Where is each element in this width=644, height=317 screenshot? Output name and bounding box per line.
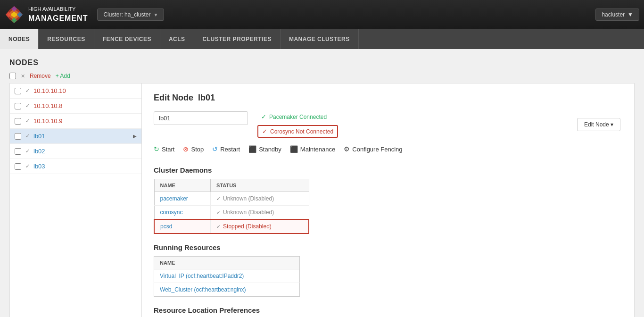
corosync-status-check-icon: ✓ (216, 209, 221, 216)
navbar: NODES RESOURCES FENCE DEVICES ACLS CLUST… (0, 29, 644, 49)
edit-node-header: Edit Node lb01 (154, 93, 622, 103)
nav-item-nodes[interactable]: NODES (0, 29, 39, 49)
daemon-pacemaker-status: ✓Unknown (Disabled) (216, 195, 303, 202)
node-name-4: lb01 (33, 133, 45, 140)
node-check-icon-4: ✓ (24, 133, 31, 139)
user-menu-arrow-icon: ▼ (627, 11, 633, 18)
edit-header-node-name: lb01 (198, 93, 215, 102)
corosync-check-icon: ✓ (262, 128, 267, 135)
cluster-selector[interactable]: Cluster: ha_cluster ▼ (97, 8, 164, 21)
nav-item-cluster-properties[interactable]: CLUSTER PROPERTIES (194, 29, 281, 49)
pcsd-status-check-icon: ✓ (216, 224, 221, 230)
select-all-checkbox[interactable] (9, 73, 16, 79)
cluster-selector-label: Cluster: ha_cluster (103, 11, 150, 18)
pacemaker-check-icon: ✓ (261, 113, 266, 120)
maintenance-label: Maintenance (300, 146, 335, 153)
fencing-icon: ⚙ (344, 145, 350, 153)
add-button[interactable]: + Add (56, 73, 70, 79)
status-badges: ✓ Pacemaker Connected ✓ Corosync Not Con… (257, 111, 338, 138)
resource-row-2: Web_Cluster (ocf:heartbeat:nginx) (154, 283, 300, 297)
brand-line2: MANAGEMENT (28, 13, 88, 24)
nav-item-acls[interactable]: ACLS (160, 29, 194, 49)
topbar: HIGH AVAILABILITY MANAGEMENT Cluster: ha… (0, 0, 644, 29)
stop-icon: ⊗ (183, 145, 189, 153)
daemon-row-pcsd: pcsd ✓Stopped (Disabled) (154, 219, 309, 234)
stop-button[interactable]: ⊗ Stop (183, 145, 204, 153)
brand-text: HIGH AVAILABILITY MANAGEMENT (28, 6, 88, 24)
node-name-input[interactable] (154, 111, 248, 125)
node-name-2: 10.10.10.8 (33, 102, 62, 109)
node-check-icon-1: ✓ (24, 88, 31, 94)
daemon-pacemaker-link[interactable]: pacemaker (160, 195, 188, 202)
node-name-3: 10.10.10.9 (33, 117, 62, 125)
edit-node-button[interactable]: Edit Node ▾ (577, 118, 620, 131)
nav-item-manage-clusters[interactable]: MANAGE CLUSTERS (281, 29, 359, 49)
node-row[interactable]: ✓ lb03 (10, 159, 141, 174)
node-row[interactable]: ✓ 10.10.10.10 (10, 83, 141, 99)
node-checkbox-5[interactable] (15, 148, 21, 155)
resource-row-1: Virtual_IP (ocf:heartbeat:IPaddr2) (154, 269, 300, 283)
corosync-error-badge: ✓ Corosync Not Connected (257, 125, 338, 138)
brand-logo-area: HIGH AVAILABILITY MANAGEMENT (5, 5, 88, 24)
node-checkbox-1[interactable] (15, 88, 21, 94)
daemon-row-pacemaker: pacemaker ✓Unknown (Disabled) (154, 192, 309, 206)
node-row[interactable]: ✓ 10.10.10.8 (10, 99, 141, 114)
app-logo-icon (5, 5, 24, 24)
resource-name-header: NAME (154, 257, 300, 269)
node-name-5: lb02 (33, 148, 45, 155)
start-label: Start (162, 146, 174, 153)
cluster-daemons-table: NAME STATUS pacemaker ✓Unknown (Disabled… (154, 179, 309, 234)
resource-web-cluster-link[interactable]: Web_Cluster (ocf:heartbeat:nginx) (160, 286, 246, 293)
standby-label: Standby (259, 146, 281, 153)
daemon-status-header: STATUS (211, 179, 309, 192)
node-input-row: ✓ Pacemaker Connected ✓ Corosync Not Con… (154, 111, 622, 138)
resource-virtual-ip-link[interactable]: Virtual_IP (ocf:heartbeat:IPaddr2) (160, 273, 244, 279)
pacemaker-status-label: Pacemaker Connected (269, 114, 327, 120)
node-check-icon-2: ✓ (24, 103, 31, 109)
restart-label: Restart (220, 146, 240, 153)
daemon-row-corosync: corosync ✓Unknown (Disabled) (154, 206, 309, 220)
standby-icon: ⬛ (248, 145, 256, 153)
restart-button[interactable]: ↺ Restart (212, 145, 240, 153)
maintenance-button[interactable]: ⬛ Maintenance (290, 145, 335, 153)
node-checkbox-3[interactable] (15, 118, 21, 125)
stop-label: Stop (191, 146, 204, 153)
page-title: NODES (9, 58, 635, 67)
restart-icon: ↺ (212, 145, 218, 153)
toolbar: ✕ Remove + Add (9, 73, 635, 79)
remove-x-icon: ✕ (21, 73, 25, 79)
daemon-corosync-link[interactable]: corosync (160, 209, 183, 216)
nav-item-resources[interactable]: RESOURCES (39, 29, 94, 49)
node-list: ✓ 10.10.10.10 ✓ 10.10.10.8 ✓ 10.10.10.9 … (10, 83, 142, 317)
maintenance-icon: ⬛ (290, 145, 298, 153)
node-check-icon-3: ✓ (24, 118, 31, 124)
standby-button[interactable]: ⬛ Standby (248, 145, 281, 153)
running-resources-title: Running Resources (154, 243, 622, 251)
node-checkbox-4[interactable] (15, 133, 21, 140)
content-split: ✓ 10.10.10.10 ✓ 10.10.10.8 ✓ 10.10.10.9 … (9, 83, 635, 317)
node-checkbox-6[interactable] (15, 163, 21, 170)
fencing-label: Configure Fencing (352, 146, 402, 153)
configure-fencing-button[interactable]: ⚙ Configure Fencing (344, 145, 402, 153)
node-checkbox-2[interactable] (15, 103, 21, 109)
main-content: NODES ✕ Remove + Add Edit Node ▾ ✓ 10.10… (0, 49, 644, 317)
start-button[interactable]: ↻ Start (154, 145, 174, 153)
edit-panel: Edit Node lb01 ✓ Pacemaker Connected ✓ C… (142, 83, 634, 317)
action-buttons: ↻ Start ⊗ Stop ↺ Restart ⬛ Standby (154, 145, 622, 153)
node-name-1: 10.10.10.10 (33, 87, 66, 94)
corosync-status-label: Corosync Not Connected (270, 128, 333, 135)
user-menu[interactable]: hacluster ▼ (595, 8, 639, 21)
remove-button[interactable]: Remove (30, 73, 51, 79)
node-check-icon-5: ✓ (24, 148, 31, 154)
node-row[interactable]: ✓ lb02 (10, 144, 141, 159)
node-row-selected[interactable]: ✓ lb01 ▶ (10, 129, 141, 144)
cluster-daemons-title: Cluster Daemons (154, 166, 622, 174)
nodes-section: NODES ✕ Remove + Add Edit Node ▾ ✓ 10.10… (9, 58, 635, 317)
cluster-dropdown-icon: ▼ (153, 12, 158, 17)
node-row[interactable]: ✓ 10.10.10.9 (10, 114, 141, 129)
node-check-icon-6: ✓ (24, 163, 31, 169)
nav-item-fence-devices[interactable]: FENCE DEVICES (94, 29, 160, 49)
node-name-6: lb03 (33, 163, 45, 170)
daemon-pcsd-link[interactable]: pcsd (160, 223, 172, 230)
daemon-name-header: NAME (154, 179, 211, 192)
